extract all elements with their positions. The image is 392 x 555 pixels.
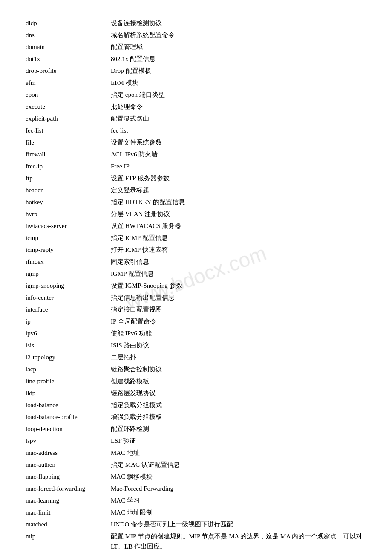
command-name: ifindex bbox=[26, 256, 111, 268]
command-name: icmp-reply bbox=[26, 244, 111, 256]
table-row: line-profile创建线路模板 bbox=[26, 375, 366, 387]
command-name: lspv bbox=[26, 435, 111, 447]
table-row: header定义登录标题 bbox=[26, 184, 366, 196]
command-name: lacp bbox=[26, 363, 111, 375]
command-name: mac-learning bbox=[26, 494, 111, 506]
table-row: igmpIGMP 配置信息 bbox=[26, 268, 366, 280]
command-desc: 打开 ICMP 快速应答 bbox=[111, 244, 366, 256]
table-row: ipIP 全局配置命令 bbox=[26, 315, 366, 327]
command-desc: 二层拓扑 bbox=[111, 351, 366, 363]
table-row: mac-addressMAC 地址 bbox=[26, 447, 366, 459]
command-desc: LSP 验证 bbox=[111, 435, 366, 447]
command-name: hvrp bbox=[26, 208, 111, 220]
command-desc: 分层 VLAN 注册协议 bbox=[111, 208, 366, 220]
table-row: fec-listfec list bbox=[26, 124, 366, 136]
command-name: igmp bbox=[26, 268, 111, 280]
command-desc: 指定 HOTKEY 的配置信息 bbox=[111, 196, 366, 208]
command-desc: 指定负载分担模式 bbox=[111, 399, 366, 411]
command-name: drop-profile bbox=[26, 65, 111, 77]
table-row: isisISIS 路由协议 bbox=[26, 339, 366, 351]
command-name: icmp bbox=[26, 232, 111, 244]
command-desc: 指定信息输出配置信息 bbox=[111, 292, 366, 304]
command-name: hotkey bbox=[26, 196, 111, 208]
table-row: load-balance指定负载分担模式 bbox=[26, 399, 366, 411]
command-desc: 指定 epon 端口类型 bbox=[111, 89, 366, 101]
table-row: file设置文件系统参数 bbox=[26, 136, 366, 148]
table-row: execute批处理命令 bbox=[26, 101, 366, 113]
command-name: mac-authen bbox=[26, 459, 111, 471]
command-name: domain bbox=[26, 41, 111, 53]
table-row: load-balance-profile增强负载分担模板 bbox=[26, 411, 366, 423]
command-desc: 配置管理域 bbox=[111, 41, 366, 53]
table-row: efmEFM 模块 bbox=[26, 77, 366, 89]
table-row: mac-limitMAC 地址限制 bbox=[26, 506, 366, 518]
command-desc: 设置文件系统参数 bbox=[111, 136, 366, 148]
command-desc: 设备连接检测协议 bbox=[111, 17, 366, 29]
table-row: matchedUNDO 命令是否可到上一级视图下进行匹配 bbox=[26, 518, 366, 530]
command-desc: Mac-Forced Forwarding bbox=[111, 483, 366, 494]
table-row: mac-authen指定 MAC 认证配置信息 bbox=[26, 459, 366, 471]
command-desc: MAC 学习 bbox=[111, 494, 366, 506]
content-area: dldp设备连接检测协议dns域名解析系统配置命令domain配置管理域dot1… bbox=[26, 17, 366, 552]
command-name: isis bbox=[26, 339, 111, 351]
table-row: explicit-path配置显式路由 bbox=[26, 113, 366, 124]
command-name: line-profile bbox=[26, 375, 111, 387]
command-desc: IP 全局配置命令 bbox=[111, 315, 366, 327]
command-desc: 批处理命令 bbox=[111, 101, 366, 113]
command-desc: 指定 ICMP 配置信息 bbox=[111, 232, 366, 244]
command-name: dot1x bbox=[26, 53, 111, 65]
table-row: mac-learningMAC 学习 bbox=[26, 494, 366, 506]
command-desc: MAC 地址限制 bbox=[111, 506, 366, 518]
command-desc: 设置 IGMP-Snooping 参数 bbox=[111, 280, 366, 292]
table-row: interface指定接口配置视图 bbox=[26, 304, 366, 315]
command-name: loop-detection bbox=[26, 423, 111, 435]
command-name: load-balance-profile bbox=[26, 411, 111, 423]
table-row: igmp-snooping设置 IGMP-Snooping 参数 bbox=[26, 280, 366, 292]
command-name: mac-limit bbox=[26, 506, 111, 518]
command-name: firewall bbox=[26, 148, 111, 160]
command-name: execute bbox=[26, 101, 111, 113]
command-name: interface bbox=[26, 304, 111, 315]
command-name: hwtacacs-server bbox=[26, 220, 111, 232]
command-desc: 链路聚合控制协议 bbox=[111, 363, 366, 375]
command-desc: 创建线路模板 bbox=[111, 375, 366, 387]
command-name: dns bbox=[26, 29, 111, 41]
command-name: epon bbox=[26, 89, 111, 101]
command-desc: 指定接口配置视图 bbox=[111, 304, 366, 315]
table-row: dldp设备连接检测协议 bbox=[26, 17, 366, 29]
command-name: explicit-path bbox=[26, 113, 111, 124]
table-row: lacp链路聚合控制协议 bbox=[26, 363, 366, 375]
command-name: lldp bbox=[26, 387, 111, 399]
command-desc: fec list bbox=[111, 124, 366, 136]
table-row: mac-forced-forwardingMac-Forced Forwardi… bbox=[26, 483, 366, 494]
command-desc: 链路层发现协议 bbox=[111, 387, 366, 399]
command-name: mac-flapping bbox=[26, 471, 111, 483]
command-name: load-balance bbox=[26, 399, 111, 411]
table-row: lldp链路层发现协议 bbox=[26, 387, 366, 399]
table-row: firewallACL IPv6 防火墙 bbox=[26, 148, 366, 160]
table-row: hvrp分层 VLAN 注册协议 bbox=[26, 208, 366, 220]
command-name: efm bbox=[26, 77, 111, 89]
command-name: igmp-snooping bbox=[26, 280, 111, 292]
table-row: icmp-reply打开 ICMP 快速应答 bbox=[26, 244, 366, 256]
command-table: dldp设备连接检测协议dns域名解析系统配置命令domain配置管理域dot1… bbox=[26, 17, 366, 552]
command-desc: MAC 飘移模块 bbox=[111, 471, 366, 483]
table-row: drop-profileDrop 配置模板 bbox=[26, 65, 366, 77]
command-name: matched bbox=[26, 518, 111, 530]
table-row: epon指定 epon 端口类型 bbox=[26, 89, 366, 101]
command-desc: 使能 IPv6 功能 bbox=[111, 327, 366, 339]
table-row: mip配置 MIP 节点的创建规则。MIP 节点不是 MA 的边界，这是 MA … bbox=[26, 530, 366, 552]
table-row: hotkey指定 HOTKEY 的配置信息 bbox=[26, 196, 366, 208]
command-desc: 配置显式路由 bbox=[111, 113, 366, 124]
command-desc: Free IP bbox=[111, 160, 366, 172]
table-row: dot1x802.1x 配置信息 bbox=[26, 53, 366, 65]
command-name: mac-forced-forwarding bbox=[26, 483, 111, 494]
command-desc: 设置 HWTACACS 服务器 bbox=[111, 220, 366, 232]
command-desc: Drop 配置模板 bbox=[111, 65, 366, 77]
table-row: ftp设置 FTP 服务器参数 bbox=[26, 172, 366, 184]
command-desc: 定义登录标题 bbox=[111, 184, 366, 196]
command-desc: ACL IPv6 防火墙 bbox=[111, 148, 366, 160]
table-row: dns域名解析系统配置命令 bbox=[26, 29, 366, 41]
command-desc: ISIS 路由协议 bbox=[111, 339, 366, 351]
command-name: free-ip bbox=[26, 160, 111, 172]
